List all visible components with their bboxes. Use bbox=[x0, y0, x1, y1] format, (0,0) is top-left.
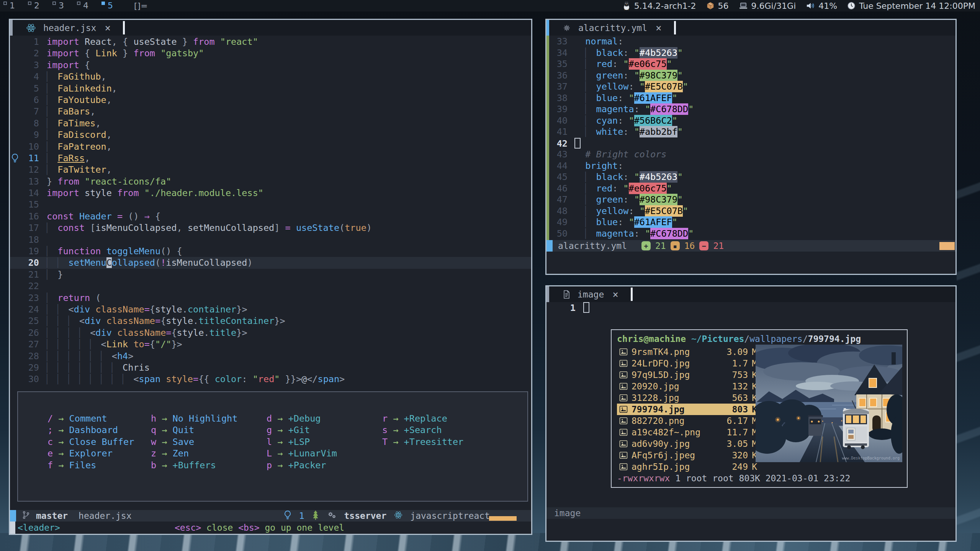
whichkey-item[interactable]: b → +Buffers bbox=[151, 459, 237, 471]
pending-keys-label: <leader> bbox=[18, 523, 60, 533]
arrow-icon: → bbox=[388, 413, 404, 424]
line-number: 4 bbox=[19, 71, 39, 82]
whichkey-item[interactable]: f → Files bbox=[47, 459, 134, 471]
diagnostic-hint-icon bbox=[283, 510, 292, 522]
file-row[interactable]: AFq5r6j.jpeg320K bbox=[617, 450, 759, 461]
buffer-area-image[interactable]: 1 chris@machine ~/Pictures/wallpapers/79… bbox=[546, 302, 955, 507]
file-row[interactable]: 24LrDFQ.jpg1.7M bbox=[617, 358, 759, 369]
code-line: 34 ▏ black: "#4b5263" bbox=[549, 47, 955, 59]
git-changed-count: 16 bbox=[684, 241, 695, 251]
arrow-icon: → bbox=[272, 413, 288, 424]
line-number: 49 bbox=[549, 217, 568, 228]
scroll-position-indicator[interactable] bbox=[939, 242, 955, 250]
editor-window-header-jsx[interactable]: header.jsx × / → Comment; → Dashboardc →… bbox=[9, 19, 532, 535]
workspace-tag-1[interactable]: 1 bbox=[0, 0, 25, 11]
tab-image[interactable]: image × bbox=[549, 286, 631, 302]
line-text: ▏ blue: "#61AFEF" bbox=[574, 217, 677, 228]
whichkey-key: r bbox=[382, 413, 388, 424]
git-removed-count: 21 bbox=[713, 241, 724, 251]
file-name: 24LrDFQ.jpg bbox=[632, 358, 717, 369]
whichkey-label: +Buffers bbox=[173, 460, 216, 471]
command-line[interactable]: <leader> <esc> close <bs> go up one leve… bbox=[10, 522, 531, 534]
arrow-icon: → bbox=[53, 448, 69, 459]
code-area-alacritty-yml[interactable]: 33 normal:34 ▏ black: "#4b5263"35 ▏ red:… bbox=[546, 36, 955, 240]
file-row[interactable]: 9rsmTK4.png3.09M bbox=[617, 346, 759, 358]
text-segment: ▏ bbox=[47, 106, 57, 117]
text-segment: normal bbox=[585, 36, 618, 47]
line-text: ▏ blue: "#61AFEF" bbox=[574, 93, 677, 104]
file-row[interactable]: 97q9L5D.jpg753K bbox=[617, 369, 759, 381]
text-segment: Header bbox=[79, 211, 112, 222]
text-segment: " bbox=[672, 217, 677, 227]
text-segment bbox=[574, 115, 585, 126]
whichkey-item[interactable]: s → +Search bbox=[382, 424, 463, 436]
code-line: 17▏ const [isMenuCollapsed, setMenuColla… bbox=[10, 222, 531, 234]
code-area-header-jsx[interactable]: / → Comment; → Dashboardc → Close Buffer… bbox=[10, 36, 531, 510]
whichkey-item[interactable]: w → Save bbox=[151, 436, 237, 448]
line-number: 36 bbox=[549, 70, 568, 82]
whichkey-item[interactable]: p → +Packer bbox=[267, 459, 337, 471]
whichkey-item[interactable]: L → +LunarVim bbox=[267, 448, 337, 459]
whichkey-item[interactable]: r → +Replace bbox=[382, 413, 463, 424]
close-icon[interactable]: × bbox=[611, 289, 620, 300]
text-segment bbox=[574, 81, 585, 92]
code-line: 41 ▏ white: "#abb2bf" bbox=[549, 126, 955, 138]
file-row[interactable]: 20920.jpg132K bbox=[617, 381, 759, 392]
whichkey-item[interactable]: / → Comment bbox=[47, 413, 134, 424]
close-icon[interactable]: × bbox=[654, 22, 663, 34]
whichkey-item[interactable]: T → +Treesitter bbox=[382, 436, 463, 448]
react-icon bbox=[26, 23, 36, 33]
arrow-icon: → bbox=[53, 425, 69, 435]
whichkey-key: h bbox=[151, 413, 156, 424]
tab-alacritty-yml[interactable]: alacritty.yml × bbox=[549, 20, 674, 36]
image-file-icon bbox=[619, 463, 632, 471]
scrollbar-thumb[interactable] bbox=[546, 20, 549, 36]
workspace-tag-4[interactable]: 4 bbox=[74, 0, 98, 11]
text-segment: ▏ bbox=[585, 115, 596, 126]
code-line: 33 normal: bbox=[549, 36, 955, 47]
editor-window-image[interactable]: image × 1 chris@machine ~/Pictures/wallp… bbox=[545, 285, 957, 542]
whichkey-item[interactable]: c → Close Buffer bbox=[47, 436, 134, 448]
text-segment: { bbox=[160, 316, 166, 326]
scroll-position-indicator[interactable] bbox=[489, 516, 517, 521]
line-number: 20 bbox=[19, 257, 39, 268]
whichkey-item[interactable]: q → Quit bbox=[151, 424, 237, 436]
whichkey-item[interactable]: d → +Debug bbox=[267, 413, 337, 424]
file-row[interactable]: ad6v90y.jpg3.05M bbox=[617, 438, 759, 450]
close-icon[interactable]: × bbox=[103, 22, 112, 34]
mode-indicator bbox=[546, 240, 553, 252]
line-text: ▏ ▏ <div className={style.container}> bbox=[47, 304, 247, 315]
text-segment: : bbox=[634, 104, 645, 114]
whichkey-item[interactable]: h → No Highlight bbox=[151, 413, 237, 424]
file-row[interactable]: 799794.jpg803K bbox=[617, 404, 759, 415]
layout-symbol[interactable]: []= bbox=[134, 1, 148, 11]
whichkey-item[interactable]: g → +Git bbox=[267, 424, 337, 436]
file-row[interactable]: 882720.png6.17M bbox=[617, 415, 759, 427]
text-segment bbox=[291, 222, 296, 233]
scrollbar-thumb[interactable] bbox=[546, 286, 549, 302]
workspace-tag-3[interactable]: 3 bbox=[49, 0, 74, 11]
text-segment: = bbox=[285, 222, 291, 233]
tab-header-jsx[interactable]: header.jsx × bbox=[13, 20, 123, 36]
text-segment bbox=[160, 374, 166, 384]
text-segment: to bbox=[133, 339, 144, 350]
workspace-tag-2[interactable]: 2 bbox=[25, 0, 49, 11]
whichkey-item[interactable]: z → Zen bbox=[151, 448, 237, 459]
file-row[interactable]: 31228.jpg563K bbox=[617, 392, 759, 404]
editor-window-alacritty-yml[interactable]: alacritty.yml × 33 normal:34 ▏ black: "#… bbox=[545, 19, 957, 275]
whichkey-item[interactable]: l → +LSP bbox=[267, 436, 337, 448]
gutter bbox=[10, 118, 19, 129]
text-segment: { bbox=[123, 36, 133, 47]
file-row[interactable]: a19c482f~.png11.7M bbox=[617, 427, 759, 438]
status-item-package: 56 bbox=[706, 1, 729, 11]
scrollbar-thumb[interactable] bbox=[10, 20, 13, 36]
whichkey-item[interactable]: e → Explorer bbox=[47, 448, 134, 459]
file-row[interactable]: aghr5Ip.jpg249K bbox=[617, 461, 759, 473]
line-number: 35 bbox=[549, 59, 568, 70]
text-segment: titleContainer bbox=[198, 316, 274, 326]
penguin-icon bbox=[622, 1, 631, 11]
whichkey-item[interactable]: ; → Dashboard bbox=[47, 424, 134, 436]
workspace-tag-5[interactable]: 5 bbox=[98, 0, 123, 11]
command-line bbox=[546, 519, 955, 541]
whichkey-label: Zen bbox=[173, 448, 189, 459]
